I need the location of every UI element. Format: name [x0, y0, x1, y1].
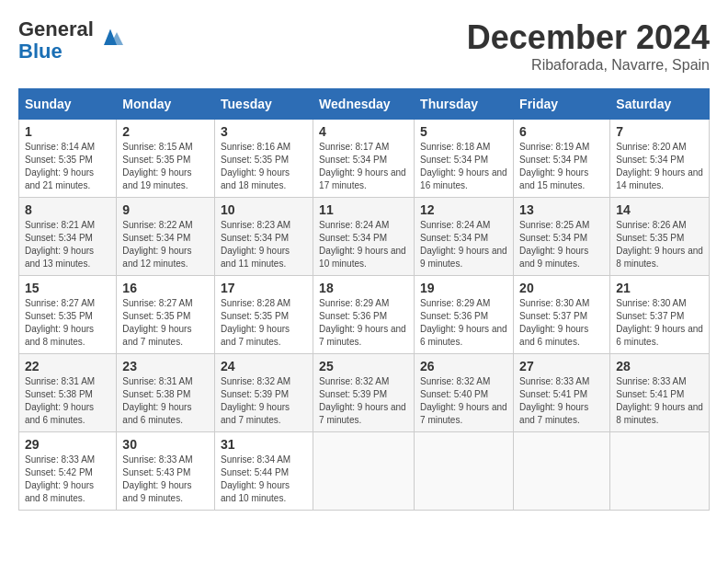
location: Ribaforada, Navarre, Spain — [467, 57, 710, 74]
logo-blue: Blue — [18, 40, 94, 63]
day-info: Sunrise: 8:31 AMSunset: 5:38 PMDaylight:… — [122, 375, 209, 427]
day-number: 24 — [221, 359, 307, 373]
day-number: 1 — [25, 124, 110, 139]
calendar-day-cell: 10Sunrise: 8:23 AMSunset: 5:34 PMDayligh… — [215, 198, 313, 276]
calendar-day-cell: 21Sunrise: 8:30 AMSunset: 5:37 PMDayligh… — [610, 276, 710, 354]
calendar-day-cell: 20Sunrise: 8:30 AMSunset: 5:37 PMDayligh… — [514, 276, 610, 354]
day-info: Sunrise: 8:32 AMSunset: 5:39 PMDaylight:… — [221, 375, 307, 427]
calendar-day-cell: 24Sunrise: 8:32 AMSunset: 5:39 PMDayligh… — [215, 354, 313, 432]
calendar-day-cell: 4Sunrise: 8:17 AMSunset: 5:34 PMDaylight… — [313, 120, 415, 198]
day-info: Sunrise: 8:19 AMSunset: 5:34 PMDaylight:… — [519, 141, 604, 192]
calendar-header-wednesday: Wednesday — [313, 89, 415, 120]
empty-cell — [415, 432, 514, 511]
calendar-day-cell: 17Sunrise: 8:28 AMSunset: 5:35 PMDayligh… — [215, 276, 313, 354]
empty-cell — [610, 432, 710, 511]
day-number: 17 — [221, 281, 307, 295]
logo-icon — [97, 26, 123, 52]
day-info: Sunrise: 8:26 AMSunset: 5:35 PMDaylight:… — [616, 219, 703, 270]
day-number: 25 — [319, 359, 408, 373]
calendar-day-cell: 8Sunrise: 8:21 AMSunset: 5:34 PMDaylight… — [19, 198, 117, 276]
day-info: Sunrise: 8:24 AMSunset: 5:34 PMDaylight:… — [319, 219, 408, 270]
calendar-day-cell: 22Sunrise: 8:31 AMSunset: 5:38 PMDayligh… — [19, 354, 117, 432]
calendar-week-row: 29Sunrise: 8:33 AMSunset: 5:42 PMDayligh… — [19, 432, 710, 511]
calendar-week-row: 15Sunrise: 8:27 AMSunset: 5:35 PMDayligh… — [19, 276, 710, 354]
calendar-day-cell: 25Sunrise: 8:32 AMSunset: 5:39 PMDayligh… — [313, 354, 415, 432]
day-number: 20 — [519, 281, 604, 295]
day-number: 4 — [319, 124, 408, 139]
day-info: Sunrise: 8:28 AMSunset: 5:35 PMDaylight:… — [221, 297, 307, 349]
calendar-day-cell: 9Sunrise: 8:22 AMSunset: 5:34 PMDaylight… — [117, 198, 215, 276]
calendar-header-monday: Monday — [117, 89, 215, 120]
calendar-day-cell: 28Sunrise: 8:33 AMSunset: 5:41 PMDayligh… — [610, 354, 710, 432]
day-number: 12 — [420, 202, 507, 217]
calendar-day-cell: 3Sunrise: 8:16 AMSunset: 5:35 PMDaylight… — [215, 120, 313, 198]
day-number: 3 — [221, 124, 307, 139]
day-info: Sunrise: 8:17 AMSunset: 5:34 PMDaylight:… — [319, 141, 408, 192]
day-info: Sunrise: 8:23 AMSunset: 5:34 PMDaylight:… — [221, 219, 307, 270]
day-number: 11 — [319, 202, 408, 217]
day-info: Sunrise: 8:15 AMSunset: 5:35 PMDaylight:… — [122, 141, 209, 192]
calendar-day-cell: 12Sunrise: 8:24 AMSunset: 5:34 PMDayligh… — [415, 198, 514, 276]
empty-cell — [514, 432, 610, 511]
day-number: 26 — [420, 359, 507, 373]
day-number: 2 — [122, 124, 209, 139]
calendar-day-cell: 16Sunrise: 8:27 AMSunset: 5:35 PMDayligh… — [117, 276, 215, 354]
logo-general: General — [18, 18, 94, 40]
calendar-day-cell: 2Sunrise: 8:15 AMSunset: 5:35 PMDaylight… — [117, 120, 215, 198]
calendar-header-sunday: Sunday — [19, 89, 117, 120]
day-info: Sunrise: 8:34 AMSunset: 5:44 PMDaylight:… — [221, 454, 307, 505]
day-info: Sunrise: 8:22 AMSunset: 5:34 PMDaylight:… — [122, 219, 209, 270]
day-number: 23 — [122, 359, 209, 373]
day-info: Sunrise: 8:33 AMSunset: 5:41 PMDaylight:… — [616, 375, 703, 427]
calendar-day-cell: 6Sunrise: 8:19 AMSunset: 5:34 PMDaylight… — [514, 120, 610, 198]
calendar-day-cell: 5Sunrise: 8:18 AMSunset: 5:34 PMDaylight… — [415, 120, 514, 198]
logo: General Blue — [18, 18, 123, 63]
empty-cell — [313, 432, 415, 511]
calendar-table: SundayMondayTuesdayWednesdayThursdayFrid… — [18, 88, 710, 511]
day-number: 22 — [25, 359, 110, 373]
calendar-header-friday: Friday — [514, 89, 610, 120]
calendar-day-cell: 29Sunrise: 8:33 AMSunset: 5:42 PMDayligh… — [19, 432, 117, 511]
calendar-day-cell: 13Sunrise: 8:25 AMSunset: 5:34 PMDayligh… — [514, 198, 610, 276]
calendar-day-cell: 30Sunrise: 8:33 AMSunset: 5:43 PMDayligh… — [117, 432, 215, 511]
day-number: 13 — [519, 202, 604, 217]
day-number: 31 — [221, 437, 307, 452]
calendar-day-cell: 19Sunrise: 8:29 AMSunset: 5:36 PMDayligh… — [415, 276, 514, 354]
title-block: December 2024 Ribaforada, Navarre, Spain — [467, 18, 710, 74]
day-info: Sunrise: 8:27 AMSunset: 5:35 PMDaylight:… — [25, 297, 110, 349]
calendar-header-thursday: Thursday — [415, 89, 514, 120]
day-info: Sunrise: 8:16 AMSunset: 5:35 PMDaylight:… — [221, 141, 307, 192]
day-info: Sunrise: 8:30 AMSunset: 5:37 PMDaylight:… — [616, 297, 703, 349]
day-number: 9 — [122, 202, 209, 217]
day-number: 8 — [25, 202, 110, 217]
calendar-day-cell: 27Sunrise: 8:33 AMSunset: 5:41 PMDayligh… — [514, 354, 610, 432]
day-info: Sunrise: 8:33 AMSunset: 5:42 PMDaylight:… — [25, 454, 110, 505]
day-info: Sunrise: 8:31 AMSunset: 5:38 PMDaylight:… — [25, 375, 110, 427]
day-number: 6 — [519, 124, 604, 139]
day-info: Sunrise: 8:33 AMSunset: 5:43 PMDaylight:… — [122, 454, 209, 505]
day-info: Sunrise: 8:14 AMSunset: 5:35 PMDaylight:… — [25, 141, 110, 192]
calendar-day-cell: 23Sunrise: 8:31 AMSunset: 5:38 PMDayligh… — [117, 354, 215, 432]
calendar-day-cell: 18Sunrise: 8:29 AMSunset: 5:36 PMDayligh… — [313, 276, 415, 354]
calendar-header-saturday: Saturday — [610, 89, 710, 120]
calendar-day-cell: 15Sunrise: 8:27 AMSunset: 5:35 PMDayligh… — [19, 276, 117, 354]
calendar-day-cell: 1Sunrise: 8:14 AMSunset: 5:35 PMDaylight… — [19, 120, 117, 198]
day-number: 21 — [616, 281, 703, 295]
day-number: 19 — [420, 281, 507, 295]
calendar-day-cell: 31Sunrise: 8:34 AMSunset: 5:44 PMDayligh… — [215, 432, 313, 511]
calendar-day-cell: 7Sunrise: 8:20 AMSunset: 5:34 PMDaylight… — [610, 120, 710, 198]
day-number: 28 — [616, 359, 703, 373]
calendar-header-tuesday: Tuesday — [215, 89, 313, 120]
calendar-week-row: 8Sunrise: 8:21 AMSunset: 5:34 PMDaylight… — [19, 198, 710, 276]
day-info: Sunrise: 8:21 AMSunset: 5:34 PMDaylight:… — [25, 219, 110, 270]
calendar-week-row: 1Sunrise: 8:14 AMSunset: 5:35 PMDaylight… — [19, 120, 710, 198]
day-number: 30 — [122, 437, 209, 452]
day-number: 29 — [25, 437, 110, 452]
day-number: 5 — [420, 124, 507, 139]
day-info: Sunrise: 8:18 AMSunset: 5:34 PMDaylight:… — [420, 141, 507, 192]
day-info: Sunrise: 8:32 AMSunset: 5:40 PMDaylight:… — [420, 375, 507, 427]
day-info: Sunrise: 8:29 AMSunset: 5:36 PMDaylight:… — [319, 297, 408, 349]
day-info: Sunrise: 8:32 AMSunset: 5:39 PMDaylight:… — [319, 375, 408, 427]
calendar-day-cell: 26Sunrise: 8:32 AMSunset: 5:40 PMDayligh… — [415, 354, 514, 432]
calendar-header-row: SundayMondayTuesdayWednesdayThursdayFrid… — [19, 89, 710, 120]
